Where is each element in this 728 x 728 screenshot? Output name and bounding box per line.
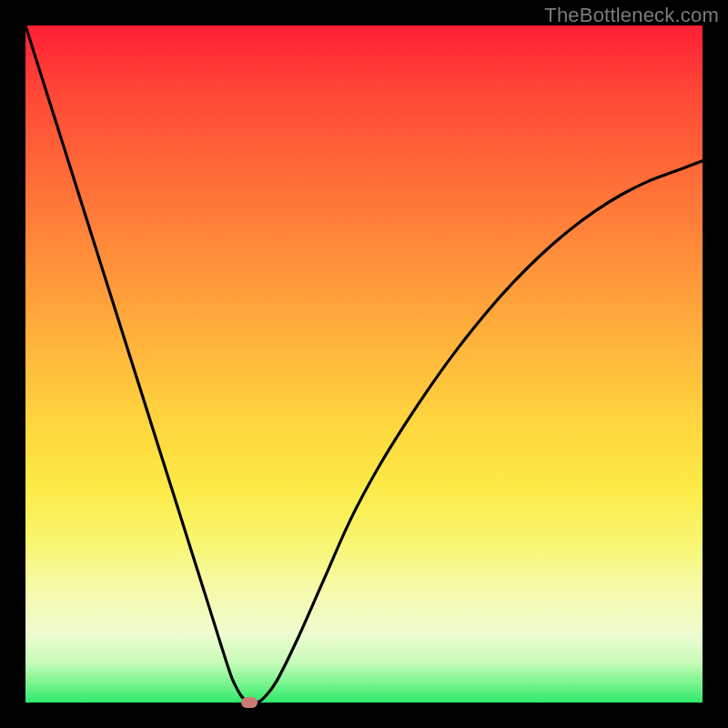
chart-frame: TheBottleneck.com — [0, 0, 728, 728]
chart-plot-area — [25, 25, 703, 703]
watermark-text: TheBottleneck.com — [544, 4, 719, 27]
bottleneck-curve — [25, 25, 703, 703]
optimal-point-marker — [241, 697, 258, 708]
